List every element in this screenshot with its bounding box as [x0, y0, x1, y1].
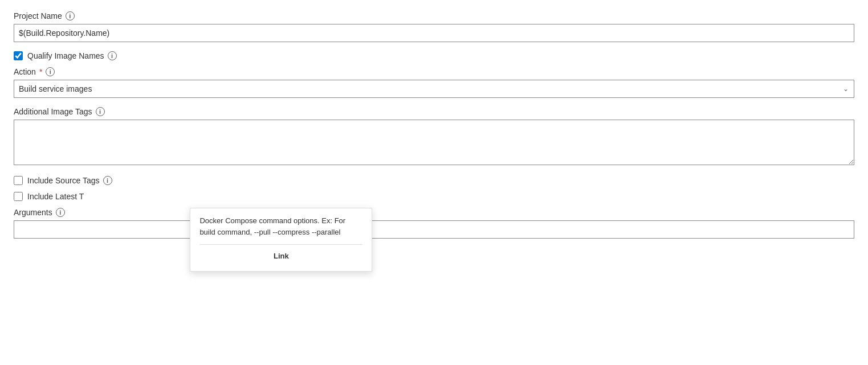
project-name-label: Project Name i	[14, 11, 854, 20]
include-source-tags-info-icon[interactable]: i	[103, 176, 112, 185]
tooltip-text: Docker Compose command options. Ex: For …	[199, 215, 362, 237]
action-select[interactable]: Build service images Push service images…	[14, 80, 854, 98]
include-source-tags-label: Include Source Tags i	[27, 176, 112, 185]
tooltip-link[interactable]: Link	[199, 244, 362, 264]
project-name-input[interactable]	[14, 24, 854, 42]
action-required-marker: *	[39, 67, 42, 76]
qualify-image-names-label: Qualify Image Names i	[27, 51, 117, 60]
arguments-info-icon[interactable]: i	[56, 208, 65, 217]
additional-image-tags-label-text: Additional Image Tags	[14, 107, 92, 116]
include-latest-tag-label: Include Latest T Docker Compose command …	[27, 192, 87, 201]
include-latest-tag-section: Include Latest T Docker Compose command …	[14, 192, 854, 201]
project-name-section: Project Name i	[14, 11, 854, 42]
qualify-image-names-label-text: Qualify Image Names	[27, 51, 104, 60]
include-latest-tag-label-text: Include Latest T	[27, 192, 84, 201]
include-latest-tag-checkbox[interactable]	[14, 192, 23, 201]
qualify-image-names-section: Qualify Image Names i	[14, 51, 854, 60]
arguments-section: Arguments i	[14, 208, 854, 239]
additional-image-tags-info-icon[interactable]: i	[96, 107, 105, 116]
arguments-tooltip-popup: Docker Compose command options. Ex: For …	[190, 208, 372, 272]
qualify-image-names-checkbox[interactable]	[14, 51, 23, 60]
qualify-image-names-info-icon[interactable]: i	[108, 51, 117, 60]
action-section: Action * i Build service images Push ser…	[14, 67, 854, 98]
arguments-label-text: Arguments	[14, 208, 52, 217]
action-info-icon[interactable]: i	[46, 67, 55, 76]
action-label: Action * i	[14, 67, 854, 76]
arguments-input[interactable]	[14, 220, 854, 239]
include-source-tags-section: Include Source Tags i	[14, 176, 854, 185]
action-select-wrapper: Build service images Push service images…	[14, 80, 854, 98]
include-source-tags-label-text: Include Source Tags	[27, 176, 100, 185]
project-name-info-icon[interactable]: i	[66, 11, 75, 20]
additional-image-tags-label: Additional Image Tags i	[14, 107, 854, 116]
arguments-label-row: Arguments i	[14, 208, 854, 217]
additional-image-tags-section: Additional Image Tags i	[14, 107, 854, 167]
project-name-label-text: Project Name	[14, 11, 62, 20]
action-label-text: Action	[14, 67, 36, 76]
include-source-tags-checkbox[interactable]	[14, 176, 23, 185]
additional-image-tags-input[interactable]	[14, 120, 854, 165]
